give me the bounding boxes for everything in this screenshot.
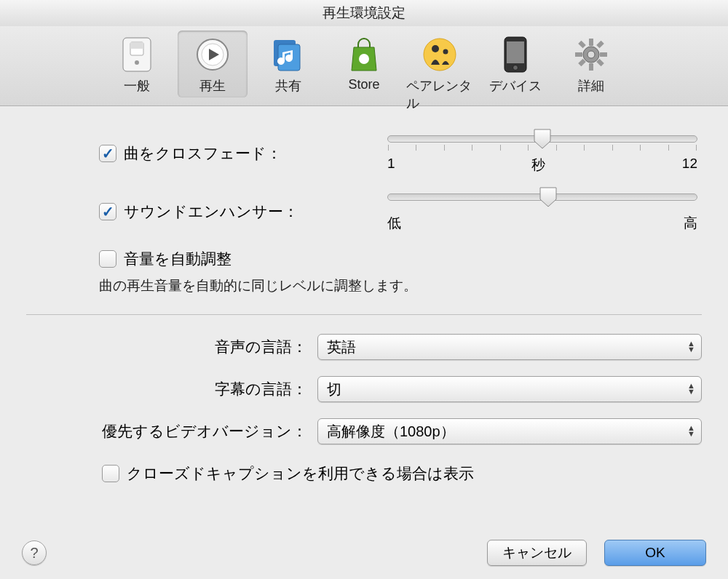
crossfade-slider[interactable]: 1 秒 12 xyxy=(383,132,702,175)
video-version-row: 優先するビデオバージョン： 高解像度（1080p） ▲▼ xyxy=(26,418,702,444)
enhancer-high-label: 高 xyxy=(684,214,697,233)
audio-lang-label: 音声の言語： xyxy=(26,337,317,357)
help-icon: ? xyxy=(30,545,38,562)
tab-sharing-label: 共有 xyxy=(275,77,301,95)
enhancer-thumb xyxy=(539,186,558,208)
tab-store[interactable]: Store xyxy=(329,31,399,95)
video-version-select[interactable]: 高解像度（1080p） ▲▼ xyxy=(317,418,702,444)
sound-check-checkbox[interactable] xyxy=(99,250,116,268)
sound-check-desc: 曲の再生音量を自動的に同じレベルに調整します。 xyxy=(99,276,702,295)
crossfade-checkbox[interactable] xyxy=(99,145,116,162)
svg-rect-20 xyxy=(578,41,586,49)
stepper-arrows-icon: ▲▼ xyxy=(687,426,695,436)
parental-icon xyxy=(420,35,459,74)
tab-sharing[interactable]: 共有 xyxy=(253,31,323,97)
audio-lang-value: 英語 xyxy=(327,338,356,357)
enhancer-row: サウンドエンハンサー： 低 高 xyxy=(99,191,702,233)
svg-point-24 xyxy=(587,51,595,58)
tab-general-label: 一般 xyxy=(124,77,150,95)
help-button[interactable]: ? xyxy=(22,540,47,565)
toolbar: 一般 再生 共有 Store ペアレンタル デバイス 詳細 xyxy=(0,26,728,106)
tab-store-label: Store xyxy=(348,77,379,92)
switch-icon xyxy=(117,35,157,74)
gear-icon xyxy=(571,35,611,74)
subtitle-lang-label: 字幕の言語： xyxy=(26,379,317,399)
subtitle-lang-select[interactable]: 切 ▲▼ xyxy=(317,376,702,402)
tab-general[interactable]: 一般 xyxy=(102,31,172,97)
device-icon xyxy=(496,35,535,74)
svg-rect-19 xyxy=(600,52,607,57)
tab-devices-label: デバイス xyxy=(489,77,542,95)
tab-parental[interactable]: ペアレンタル xyxy=(405,31,475,115)
stepper-arrows-icon: ▲▼ xyxy=(687,341,695,352)
svg-point-8 xyxy=(359,54,369,64)
enhancer-checkbox[interactable] xyxy=(99,203,116,220)
enhancer-slider[interactable]: 低 高 xyxy=(383,191,702,233)
play-icon xyxy=(193,35,232,74)
cancel-button[interactable]: キャンセル xyxy=(487,540,587,566)
tab-playback[interactable]: 再生 xyxy=(178,31,248,97)
tab-advanced[interactable]: 詳細 xyxy=(556,31,626,97)
svg-point-3 xyxy=(135,60,139,65)
tab-advanced-label: 詳細 xyxy=(578,77,604,95)
subtitle-lang-value: 切 xyxy=(327,380,341,399)
crossfade-label: 曲をクロスフェード： xyxy=(124,143,282,164)
crossfade-row: 曲をクロスフェード： 1 秒 12 xyxy=(99,132,702,175)
svg-rect-22 xyxy=(596,41,604,49)
window-title-text: 再生環境設定 xyxy=(323,4,405,23)
svg-point-10 xyxy=(432,45,439,52)
closed-caption-label: クローズドキャプションを利用できる場合は表示 xyxy=(127,463,474,484)
video-version-value: 高解像度（1080p） xyxy=(327,422,455,442)
svg-rect-18 xyxy=(575,52,582,57)
svg-point-11 xyxy=(443,49,448,55)
audio-lang-row: 音声の言語： 英語 ▲▼ xyxy=(26,334,702,360)
svg-rect-2 xyxy=(130,42,143,49)
music-files-icon xyxy=(269,35,308,74)
svg-rect-16 xyxy=(589,39,593,46)
closed-caption-checkbox[interactable] xyxy=(102,465,119,482)
stepper-arrows-icon: ▲▼ xyxy=(687,383,695,394)
svg-rect-13 xyxy=(507,41,524,63)
tab-parental-label: ペアレンタル xyxy=(406,77,473,112)
shopping-bag-icon xyxy=(344,35,384,74)
content-pane: 曲をクロスフェード： 1 秒 12 サウンドエンハンサー： xyxy=(0,106,728,484)
footer: ? キャンセル OK xyxy=(0,540,728,566)
video-version-label: 優先するビデオバージョン： xyxy=(26,421,317,442)
crossfade-mid-label: 秒 xyxy=(531,156,545,175)
tab-playback-label: 再生 xyxy=(199,77,226,95)
svg-point-14 xyxy=(513,65,518,71)
svg-point-9 xyxy=(424,39,456,71)
sound-check-label: 音量を自動調整 xyxy=(124,249,232,269)
crossfade-max-label: 12 xyxy=(682,156,697,175)
subtitle-lang-row: 字幕の言語： 切 ▲▼ xyxy=(26,376,702,402)
svg-rect-17 xyxy=(589,63,593,71)
ok-button[interactable]: OK xyxy=(604,540,706,566)
crossfade-min-label: 1 xyxy=(387,156,395,175)
tab-devices[interactable]: デバイス xyxy=(480,31,550,97)
sound-check-row: 音量を自動調整 xyxy=(99,249,702,269)
enhancer-label: サウンドエンハンサー： xyxy=(124,201,298,222)
enhancer-low-label: 低 xyxy=(387,214,401,233)
window-title: 再生環境設定 xyxy=(0,0,728,26)
divider xyxy=(26,314,702,315)
closed-caption-row: クローズドキャプションを利用できる場合は表示 xyxy=(102,463,702,484)
audio-lang-select[interactable]: 英語 ▲▼ xyxy=(317,334,702,360)
